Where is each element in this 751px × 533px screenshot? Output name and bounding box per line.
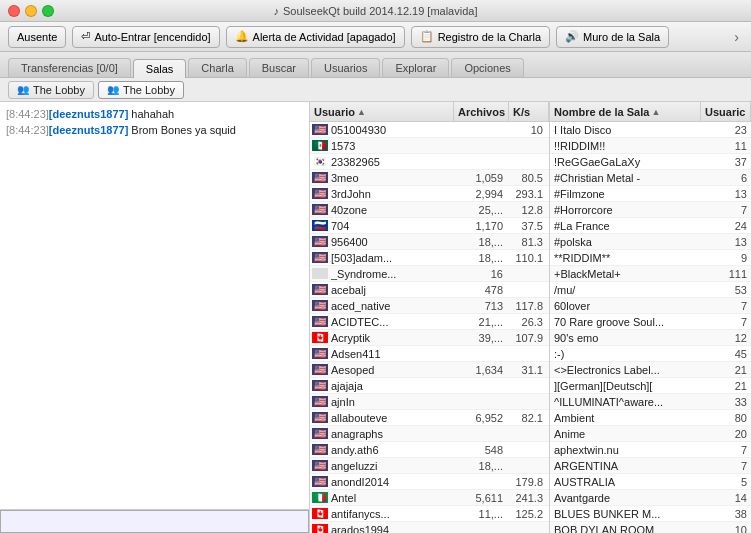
user-row[interactable]: 🇺🇸3rdJohn2,994293.1 <box>310 186 549 202</box>
chat-input[interactable] <box>0 510 309 533</box>
room-row[interactable]: <>Electronics Label...21 <box>550 362 751 378</box>
nav-tab-salas[interactable]: Salas <box>133 59 187 78</box>
user-row[interactable]: 🇺🇸3meo1,05980.5 <box>310 170 549 186</box>
user-row[interactable]: 🇺🇸40zone25,...12.8 <box>310 202 549 218</box>
room-row[interactable]: BLUES BUNKER M...38 <box>550 506 751 522</box>
user-row[interactable]: 🇨🇦Acryptik39,...107.9 <box>310 330 549 346</box>
nav-tab-transferencias[interactable]: Transferencias [0/0] <box>8 58 131 77</box>
user-row[interactable]: 🇺🇸05100493010 <box>310 122 549 138</box>
window-controls[interactable] <box>8 5 54 17</box>
user-speed: 125.2 <box>507 508 547 520</box>
room-row[interactable]: #Christian Metal -6 <box>550 170 751 186</box>
col-header-usuarios[interactable]: Usuaric <box>701 102 751 121</box>
user-name: ACIDTEC... <box>331 316 452 328</box>
room-row[interactable]: Anime20 <box>550 426 751 442</box>
user-row[interactable]: 🇺🇸allabouteve6,95282.1 <box>310 410 549 426</box>
col-header-nombre[interactable]: Nombre de la Sala ▲ <box>550 102 701 121</box>
registro-button[interactable]: 📋 Registro de la Charla <box>411 26 550 48</box>
user-files: 1,634 <box>452 364 507 376</box>
nav-tab-opciones[interactable]: Opciones <box>451 58 523 77</box>
user-row[interactable]: 🇺🇸[503]adam...18,...110.1 <box>310 250 549 266</box>
close-button[interactable] <box>8 5 20 17</box>
room-row[interactable]: /mu/53 <box>550 282 751 298</box>
room-row[interactable]: ][German][Deutsch][21 <box>550 378 751 394</box>
user-row[interactable]: 🇷🇺7041,17037.5 <box>310 218 549 234</box>
user-speed: 293.1 <box>507 188 547 200</box>
room-row[interactable]: !!RIDDIM!!11 <box>550 138 751 154</box>
minimize-button[interactable] <box>25 5 37 17</box>
sub-tab-lobby1[interactable]: 👥The Lobby <box>8 81 94 99</box>
users-panel: Usuario ▲ArchivosK/s 🇺🇸05100493010🇲🇽1573… <box>310 102 550 533</box>
room-row[interactable]: 70 Rare groove Soul...7 <box>550 314 751 330</box>
col-header-archivos[interactable]: Archivos <box>454 102 509 121</box>
auto-entrar-button[interactable]: ⏎ Auto-Entrar [encendido] <box>72 26 219 48</box>
room-row[interactable]: +BlackMetal+111 <box>550 266 751 282</box>
user-row[interactable]: 🇺🇸ajajaja <box>310 378 549 394</box>
col-header-ks[interactable]: K/s <box>509 102 549 121</box>
user-row[interactable]: 🇺🇸95640018,...81.3 <box>310 234 549 250</box>
room-row[interactable]: #Horrorcore7 <box>550 202 751 218</box>
room-row[interactable]: 60lover7 <box>550 298 751 314</box>
room-row[interactable]: ^ILLUMINATI^aware...33 <box>550 394 751 410</box>
sub-tab-lobby2[interactable]: 👥The Lobby <box>98 81 184 99</box>
col-header-usuario[interactable]: Usuario ▲ <box>310 102 454 121</box>
nav-tab-charla[interactable]: Charla <box>188 58 246 77</box>
user-row[interactable]: 🇺🇸ACIDTEC...21,...26.3 <box>310 314 549 330</box>
room-row[interactable]: I Italo Disco23 <box>550 122 751 138</box>
user-row[interactable]: 🇺🇸aced_native713117.8 <box>310 298 549 314</box>
app-title: SoulseekQt build 2014.12.19 [malavida] <box>283 5 477 17</box>
alerta-button[interactable]: 🔔 Alerta de Actividad [apagado] <box>226 26 405 48</box>
room-users-count: 7 <box>707 316 747 328</box>
room-row[interactable]: #polska13 <box>550 234 751 250</box>
room-row[interactable]: aphextwin.nu7 <box>550 442 751 458</box>
room-row[interactable]: :-)45 <box>550 346 751 362</box>
user-row[interactable]: 🇺🇸angeluzzi18,... <box>310 458 549 474</box>
room-row[interactable]: !ReGGaeGaLaXy37 <box>550 154 751 170</box>
user-files: 21,... <box>452 316 507 328</box>
nav-tab-explorar[interactable]: Explorar <box>382 58 449 77</box>
user-row[interactable]: 🇺🇸andy.ath6548 <box>310 442 549 458</box>
room-row[interactable]: Avantgarde14 <box>550 490 751 506</box>
room-row[interactable]: 90's emo12 <box>550 330 751 346</box>
toolbar: Ausente ⏎ Auto-Entrar [encendido] 🔔 Aler… <box>0 22 751 52</box>
room-row[interactable]: ARGENTINA7 <box>550 458 751 474</box>
room-row[interactable]: **RIDDIM**9 <box>550 250 751 266</box>
user-row[interactable]: 🇰🇷23382965 <box>310 154 549 170</box>
room-row[interactable]: #La France24 <box>550 218 751 234</box>
room-row[interactable]: AUSTRALIA5 <box>550 474 751 490</box>
room-row[interactable]: #Filmzone13 <box>550 186 751 202</box>
user-files: 18,... <box>452 460 507 472</box>
user-row[interactable]: 🇺🇸anagraphs <box>310 426 549 442</box>
room-name: <>Electronics Label... <box>554 364 707 376</box>
user-row[interactable]: 🇺🇸Aesoped1,63431.1 <box>310 362 549 378</box>
maximize-button[interactable] <box>42 5 54 17</box>
chat-panel: [8:44:23][deeznuts1877] hahahah[8:44:23]… <box>0 102 310 533</box>
user-row[interactable]: _Syndrome...16 <box>310 266 549 282</box>
room-row[interactable]: BOB DYLAN ROOM10 <box>550 522 751 533</box>
auto-entrar-label: Auto-Entrar [encendido] <box>94 31 210 43</box>
user-files: 548 <box>452 444 507 456</box>
muro-button[interactable]: 🔊 Muro de la Sala <box>556 26 669 48</box>
nav-tab-usuarios[interactable]: Usuarios <box>311 58 380 77</box>
nav-tab-buscar[interactable]: Buscar <box>249 58 309 77</box>
user-row[interactable]: 🇺🇸Adsen411 <box>310 346 549 362</box>
sort-arrow-icon: ▲ <box>651 107 660 117</box>
room-users-count: 21 <box>707 380 747 392</box>
room-name: !ReGGaeGaLaXy <box>554 156 707 168</box>
ausente-button[interactable]: Ausente <box>8 26 66 48</box>
room-name: !!RIDDIM!! <box>554 140 707 152</box>
room-users-count: 5 <box>707 476 747 488</box>
room-row[interactable]: Ambient80 <box>550 410 751 426</box>
user-row[interactable]: 🇮🇹Antel5,611241.3 <box>310 490 549 506</box>
user-row[interactable]: 🇨🇦arados1994 <box>310 522 549 533</box>
user-row[interactable]: 🇺🇸ajnIn <box>310 394 549 410</box>
room-users-count: 23 <box>707 124 747 136</box>
user-row[interactable]: 🇨🇦antifanycs...11,...125.2 <box>310 506 549 522</box>
user-row[interactable]: 🇺🇸acebalj478 <box>310 282 549 298</box>
user-row[interactable]: 🇺🇸anondI2014179.8 <box>310 474 549 490</box>
chat-timestamp: [8:44:23] <box>6 108 49 120</box>
user-row[interactable]: 🇲🇽1573 <box>310 138 549 154</box>
user-name: Adsen411 <box>331 348 452 360</box>
user-flag-icon: 🇮🇹 <box>312 492 328 503</box>
toolbar-arrow[interactable]: › <box>730 29 743 45</box>
